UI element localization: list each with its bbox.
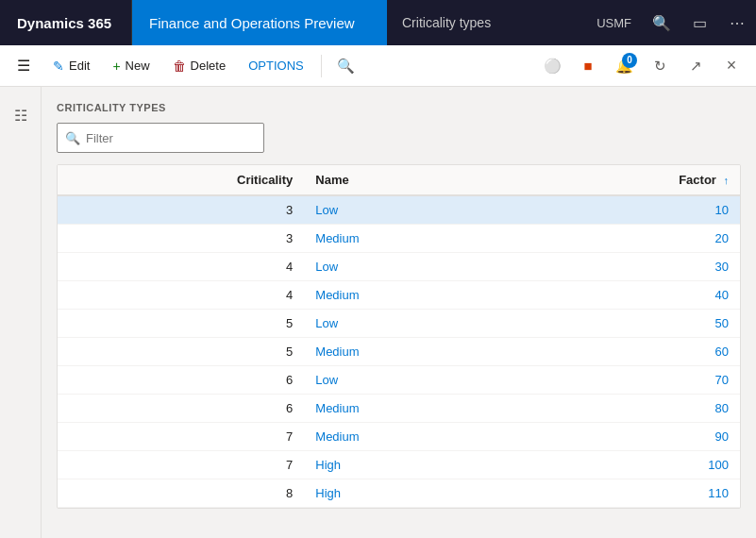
notifications-button[interactable]: 🔔 0 [607, 49, 641, 83]
cell-name: Low [304, 310, 512, 338]
cell-factor: 100 [512, 451, 740, 479]
new-button[interactable]: + New [103, 54, 159, 78]
col-header-name[interactable]: Name [304, 165, 512, 195]
table-row[interactable]: 7Medium90 [58, 423, 740, 451]
cell-name: Medium [304, 395, 512, 423]
cell-criticality: 3 [58, 195, 304, 225]
cell-criticality: 3 [58, 225, 304, 253]
delete-icon: 🗑 [173, 59, 186, 74]
cell-criticality: 8 [58, 479, 304, 508]
cell-factor: 50 [512, 310, 740, 338]
table-body: 3Low103Medium204Low304Medium405Low505Med… [58, 195, 740, 508]
cell-criticality: 7 [58, 451, 304, 479]
cell-name: Low [304, 366, 512, 395]
table-row[interactable]: 3Medium20 [58, 225, 740, 253]
add-icon: + [112, 59, 120, 74]
cell-criticality: 6 [58, 395, 304, 423]
top-nav-bar: Dynamics 365 Finance and Operations Prev… [0, 0, 756, 45]
cell-criticality: 5 [58, 338, 304, 366]
cell-name: Low [304, 195, 512, 225]
section-title: CRITICALITY TYPES [57, 102, 741, 113]
cell-criticality: 4 [58, 281, 304, 310]
sort-asc-icon: ↑ [724, 175, 730, 186]
table-row[interactable]: 6Medium80 [58, 395, 740, 423]
table-row[interactable]: 7High100 [58, 451, 740, 479]
cell-factor: 10 [512, 195, 740, 225]
toolbar-right-actions: ⚪ ■ 🔔 0 ↻ ↗ × [535, 49, 748, 83]
table-row[interactable]: 6Low70 [58, 366, 740, 395]
cell-criticality: 4 [58, 253, 304, 281]
toolbar: ☰ ✎ Edit + New 🗑 Delete OPTIONS 🔍 ⚪ ■ 🔔 … [0, 45, 756, 87]
notification-badge: 0 [622, 53, 637, 68]
filter-container: 🔍 [57, 123, 741, 153]
toolbar-separator [321, 55, 322, 77]
table-row[interactable]: 5Medium60 [58, 338, 740, 366]
cell-factor: 30 [512, 253, 740, 281]
cell-name: Medium [304, 225, 512, 253]
table-row[interactable]: 4Medium40 [58, 281, 740, 310]
hamburger-icon: ☰ [17, 57, 30, 75]
toolbar-search-icon[interactable]: 🔍 [337, 58, 355, 75]
table-row[interactable]: 3Low10 [58, 195, 740, 225]
cell-factor: 60 [512, 338, 740, 366]
edit-button[interactable]: ✎ Edit [43, 54, 99, 78]
cell-factor: 80 [512, 395, 740, 423]
cell-factor: 40 [512, 281, 740, 310]
table-row[interactable]: 8High110 [58, 479, 740, 508]
page-name: Criticality types [387, 15, 585, 30]
cell-factor: 110 [512, 479, 740, 508]
cell-name: High [304, 451, 512, 479]
cell-name: Medium [304, 281, 512, 310]
cell-criticality: 7 [58, 423, 304, 451]
criticality-types-table: Criticality Name Factor ↑ 3Low103Medium2… [58, 165, 740, 508]
col-header-factor[interactable]: Factor ↑ [512, 165, 740, 195]
office-icon[interactable]: ■ [571, 49, 605, 83]
table-header: Criticality Name Factor ↑ [58, 165, 740, 195]
more-options-icon[interactable]: ⋯ [718, 0, 756, 45]
cell-name: High [304, 479, 512, 508]
edit-icon: ✎ [53, 59, 64, 74]
app-name[interactable]: Finance and Operations Preview [132, 0, 387, 45]
options-button[interactable]: OPTIONS [239, 54, 313, 77]
hamburger-menu-button[interactable]: ☰ [8, 52, 40, 79]
filter-sidebar-icon[interactable]: ☷ [4, 98, 38, 132]
cell-criticality: 6 [58, 366, 304, 395]
filter-input-wrapper: 🔍 [57, 123, 264, 153]
sidebar: ☷ [0, 87, 42, 538]
dynamics365-logo[interactable]: Dynamics 365 [0, 0, 132, 45]
top-nav-icons: 🔍 ▭ ⋯ [643, 0, 756, 45]
main-content: ☷ CRITICALITY TYPES 🔍 Criticality Name F… [0, 87, 756, 538]
table-row[interactable]: 5Low50 [58, 310, 740, 338]
close-button[interactable]: × [714, 49, 748, 83]
cell-factor: 90 [512, 423, 740, 451]
open-external-button[interactable]: ↗ [679, 49, 713, 83]
cell-name: Low [304, 253, 512, 281]
cell-factor: 70 [512, 366, 740, 395]
delete-button[interactable]: 🗑 Delete [163, 54, 236, 78]
refresh-button[interactable]: ↻ [643, 49, 677, 83]
fullscreen-icon[interactable]: ▭ [680, 0, 718, 45]
search-icon[interactable]: 🔍 [643, 0, 680, 45]
settings-icon[interactable]: ⚪ [535, 49, 569, 83]
col-header-criticality[interactable]: Criticality [58, 165, 304, 195]
table-row[interactable]: 4Low30 [58, 253, 740, 281]
company-code[interactable]: USMF [585, 16, 643, 30]
filter-search-icon: 🔍 [65, 131, 80, 145]
cell-factor: 20 [512, 225, 740, 253]
content-panel: CRITICALITY TYPES 🔍 Criticality Name Fac… [42, 87, 756, 538]
cell-criticality: 5 [58, 310, 304, 338]
cell-name: Medium [304, 338, 512, 366]
filter-input[interactable] [86, 131, 256, 145]
data-table-wrapper: Criticality Name Factor ↑ 3Low103Medium2… [57, 164, 741, 509]
cell-name: Medium [304, 423, 512, 451]
